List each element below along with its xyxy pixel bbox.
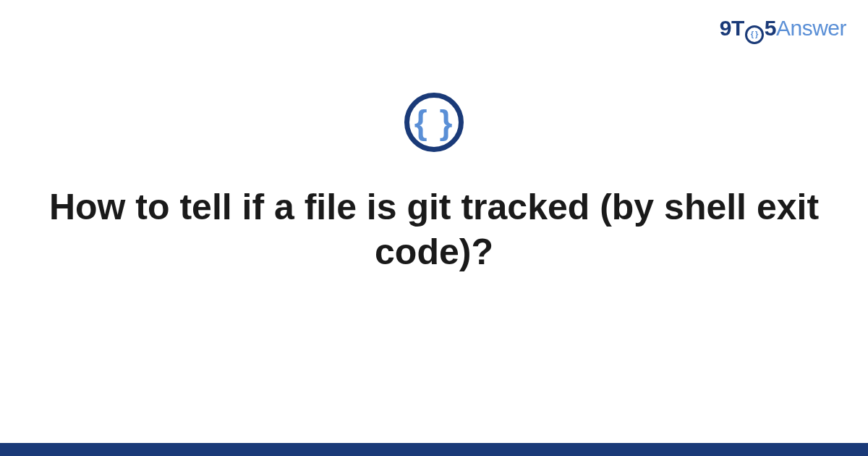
brand-t: T — [731, 16, 744, 40]
code-braces-icon: { } — [404, 93, 464, 152]
brand-nine: 9 — [720, 16, 731, 40]
footer-bar — [0, 443, 868, 456]
brand-o-inner: { } — [751, 30, 758, 38]
braces-glyph: { } — [414, 106, 454, 139]
brand-logo: 9T{ }5Answer — [720, 16, 846, 43]
brand-o-icon: { } — [745, 25, 764, 44]
brand-answer: Answer — [776, 16, 846, 40]
question-title: How to tell if a file is git tracked (by… — [0, 185, 868, 274]
brand-five: 5 — [765, 16, 776, 40]
